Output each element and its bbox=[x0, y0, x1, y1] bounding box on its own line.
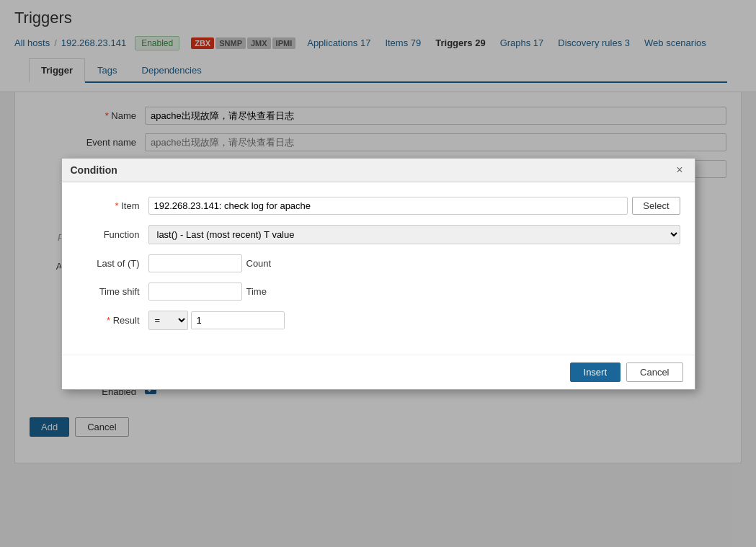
result-operator-select[interactable]: = <> < <= > >= bbox=[148, 311, 188, 330]
result-group: = <> < <= > >= bbox=[148, 311, 680, 330]
dialog-body: Item Select Function last() - Last (most… bbox=[62, 182, 695, 355]
dialog-title: Condition bbox=[71, 164, 117, 176]
item-select-button[interactable]: Select bbox=[632, 197, 680, 215]
insert-button[interactable]: Insert bbox=[570, 363, 621, 382]
dialog-row-result: Result = <> < <= > >= bbox=[76, 311, 680, 330]
item-input-group: Select bbox=[148, 197, 680, 215]
time-shift-input[interactable] bbox=[148, 283, 242, 301]
dialog-function-label: Function bbox=[76, 229, 148, 240]
dialog-cancel-button[interactable]: Cancel bbox=[626, 363, 682, 382]
condition-dialog: Condition × Item Select Function last() … bbox=[61, 158, 695, 390]
last-of-input[interactable] bbox=[148, 254, 242, 272]
dialog-row-item: Item Select bbox=[76, 197, 680, 215]
function-select[interactable]: last() - Last (most recent) T value bbox=[148, 225, 680, 244]
time-shift-unit: Time bbox=[246, 286, 267, 297]
dialog-header: Condition × bbox=[62, 159, 695, 182]
dialog-footer: Insert Cancel bbox=[62, 355, 695, 389]
last-of-unit: Count bbox=[246, 258, 272, 269]
item-input[interactable] bbox=[148, 197, 628, 215]
dialog-item-label: Item bbox=[76, 200, 148, 211]
dialog-row-last-of: Last of (T) Count bbox=[76, 254, 680, 272]
dialog-time-shift-label: Time shift bbox=[76, 286, 148, 297]
dialog-row-function: Function last() - Last (most recent) T v… bbox=[76, 225, 680, 244]
dialog-last-of-label: Last of (T) bbox=[76, 258, 148, 269]
result-value-input[interactable] bbox=[191, 311, 285, 329]
dialog-row-time-shift: Time shift Time bbox=[76, 283, 680, 301]
dialog-close-button[interactable]: × bbox=[673, 164, 685, 176]
dialog-result-label: Result bbox=[76, 315, 148, 326]
